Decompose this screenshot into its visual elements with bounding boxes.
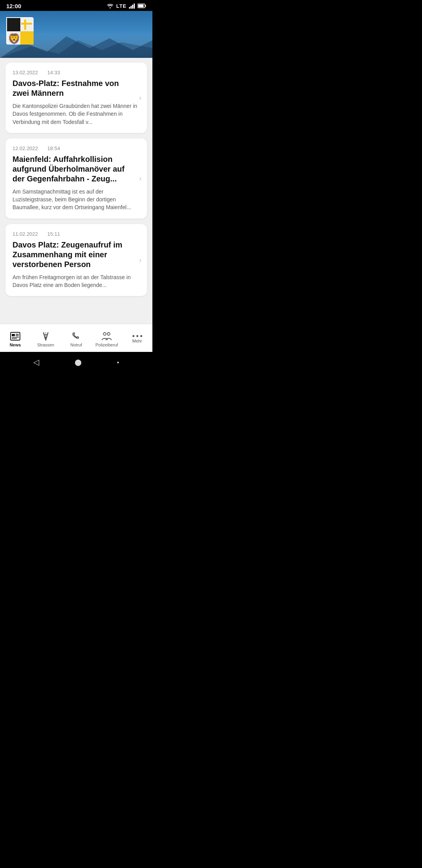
status-bar: 12:00 LTE	[0, 0, 152, 11]
news-date-1: 13.02.2022	[13, 70, 38, 75]
bottom-nav: News Strassen Notruf	[0, 324, 152, 352]
svg-point-26	[107, 332, 110, 335]
polizeiberuf-icon	[100, 332, 113, 341]
news-time-1: 14:33	[47, 70, 60, 75]
recents-button[interactable]: ▪	[117, 359, 119, 366]
news-title-1: Davos-Platz: Festnahme von zwei Männern	[13, 79, 141, 98]
svg-text:🦁: 🦁	[8, 32, 21, 45]
chevron-icon-2: ›	[139, 174, 141, 183]
news-title-2: Maienfeld: Auffahrkollision aufgrund Übe…	[13, 154, 141, 184]
svg-rect-17	[12, 334, 15, 336]
news-card-2[interactable]: 12.02.2022 18:54 Maienfeld: Auffahrkolli…	[5, 138, 147, 219]
news-feed: 13.02.2022 14:33 Davos-Platz: Festnahme …	[0, 58, 152, 324]
lte-label: LTE	[116, 3, 127, 9]
logo: 🦁	[6, 17, 33, 44]
strassen-icon	[40, 332, 51, 341]
svg-rect-9	[7, 18, 20, 31]
back-button[interactable]: ◁	[33, 357, 39, 367]
svg-rect-2	[132, 5, 133, 9]
news-meta-1: 13.02.2022 14:33	[13, 70, 141, 75]
signal-icon	[129, 3, 135, 9]
nav-label-notruf: Notruf	[70, 343, 82, 347]
nav-item-mehr[interactable]: Mehr	[122, 324, 152, 352]
header: 🦁	[0, 11, 152, 58]
notruf-icon	[71, 332, 82, 341]
chevron-icon-1: ›	[139, 93, 141, 102]
news-excerpt-1: Die Kantonspolizei Graubünden hat zwei M…	[13, 102, 141, 126]
news-time-3: 15:11	[47, 231, 60, 237]
news-card-3[interactable]: 11.02.2022 15:11 Davos Platz: Zeugenaufr…	[5, 224, 147, 296]
news-card-1[interactable]: 13.02.2022 14:33 Davos-Platz: Festnahme …	[5, 63, 147, 133]
svg-rect-6	[138, 5, 144, 7]
news-meta-2: 12.02.2022 18:54	[13, 145, 141, 151]
battery-icon	[138, 4, 146, 8]
nav-label-strassen: Strassen	[37, 343, 54, 347]
news-title-3: Davos Platz: Zeugenaufruf im Zusammenhan…	[13, 240, 141, 269]
svg-rect-0	[129, 7, 130, 9]
svg-rect-3	[134, 4, 135, 9]
svg-rect-1	[131, 6, 132, 9]
nav-item-strassen[interactable]: Strassen	[30, 324, 61, 352]
news-date-2: 12.02.2022	[13, 145, 38, 151]
svg-rect-5	[145, 5, 146, 7]
home-button[interactable]: ⬤	[75, 359, 82, 366]
mehr-dots-icon	[132, 335, 142, 337]
chevron-icon-3: ›	[139, 256, 141, 264]
nav-label-news: News	[10, 343, 21, 347]
news-excerpt-2: Am Samstagnachmittag ist es auf der Luzi…	[13, 188, 141, 212]
nav-label-polizeiberuf: Polizeiberuf	[95, 343, 118, 347]
svg-rect-12	[20, 31, 34, 45]
svg-point-25	[104, 332, 106, 335]
news-icon	[10, 332, 21, 341]
time: 12:00	[6, 3, 21, 9]
wifi-icon	[107, 3, 114, 9]
news-meta-3: 11.02.2022 15:11	[13, 231, 141, 237]
nav-label-mehr: Mehr	[132, 339, 142, 343]
nav-item-news[interactable]: News	[0, 324, 30, 352]
app-container: 🦁 13.02.2022 14:33 Davos-Platz: Festnahm…	[0, 11, 152, 352]
news-time-2: 18:54	[47, 145, 60, 151]
svg-rect-14	[21, 23, 32, 25]
status-icons: LTE	[107, 3, 146, 9]
news-date-3: 11.02.2022	[13, 231, 38, 237]
android-nav: ◁ ⬤ ▪	[0, 352, 152, 372]
news-excerpt-3: Am frühen Freitagmorgen ist an der Talst…	[13, 273, 141, 289]
nav-item-polizeiberuf[interactable]: Polizeiberuf	[91, 324, 122, 352]
nav-item-notruf[interactable]: Notruf	[61, 324, 91, 352]
